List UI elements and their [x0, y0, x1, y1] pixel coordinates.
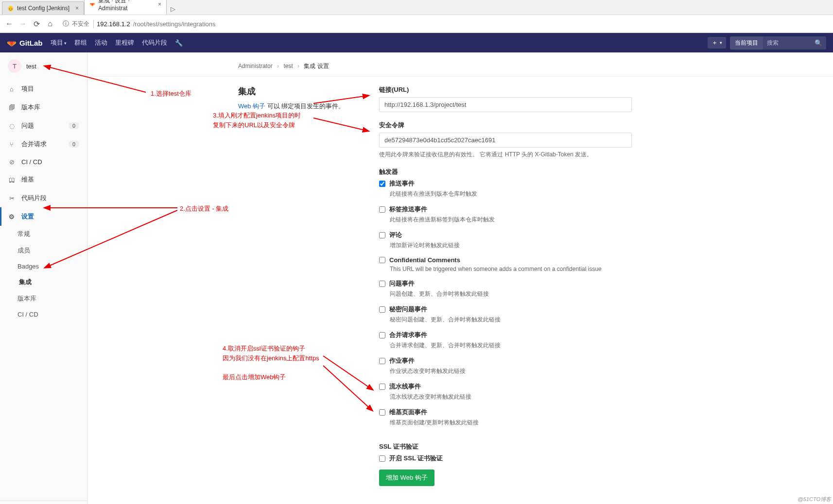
reload-button[interactable]: ⟳ [32, 19, 41, 29]
mr-badge: 0 [69, 141, 79, 148]
browser-tab-jenkins[interactable]: 👴 test Config [Jenkins] × [2, 1, 84, 15]
trigger-checkbox[interactable] [379, 281, 385, 287]
snippets-icon: ✂ [8, 195, 16, 202]
insecure-label: 不安全 [72, 20, 94, 28]
trigger-checkbox[interactable] [379, 409, 385, 416]
trigger-hint: 合并请求创建、更新、合并时将触发此链接 [390, 341, 632, 350]
trigger-item: 合并请求事件合并请求创建、更新、合并时将触发此链接 [379, 331, 632, 350]
tab-title: test Config [Jenkins] [17, 5, 69, 12]
trigger-item: 作业事件作业状态改变时将触发此链接 [379, 356, 632, 375]
section-intro: 集成 Web 钩子 可以 绑定项目发生的事件。 [238, 85, 360, 486]
global-search[interactable]: 🔍 [763, 36, 826, 50]
home-button[interactable]: ⌂ [46, 19, 54, 28]
plus-icon: ＋ [712, 38, 718, 47]
url-input[interactable] [379, 97, 632, 112]
sidebar-item-project[interactable]: ⌂项目 [0, 80, 87, 98]
trigger-label: 推送事件 [389, 179, 415, 188]
close-icon[interactable]: × [158, 1, 161, 8]
search-input[interactable] [767, 39, 811, 46]
nav-projects[interactable]: 项目▾ [51, 38, 67, 47]
project-chip[interactable]: T test [0, 52, 87, 80]
sidebar-item-repository[interactable]: 🗐版本库 [0, 98, 87, 117]
sidebar-item-issues[interactable]: ◌问题0 [0, 117, 87, 135]
trigger-hint: 秘密问题创建、更新、合并时将触发此链接 [390, 316, 632, 324]
new-tab-button[interactable]: ▷ [167, 3, 179, 15]
url-label: 链接(URL) [379, 85, 632, 94]
trigger-hint: 维基页面创建/更新时将触发此链接 [390, 419, 632, 427]
collapse-sidebar-button[interactable]: « 折叠边栏 [0, 501, 87, 504]
trigger-checkbox[interactable] [379, 257, 385, 263]
settings-sub-repository[interactable]: 版本库 [0, 290, 87, 307]
ssl-section-label: SSL 证书验证 [379, 442, 632, 451]
add-webhook-button[interactable]: 增加 Web 钩子 [379, 470, 434, 486]
browser-tab-gitlab[interactable]: 集成 · 设置 · Administrat × [84, 0, 167, 15]
trigger-hint: 此链接将在推送到版本仓库时触发 [390, 190, 632, 198]
trigger-checkbox[interactable] [379, 384, 385, 390]
nav-admin-wrench-icon[interactable]: 🔧 [175, 39, 183, 47]
sidebar-item-merge-requests[interactable]: ⑂合并请求0 [0, 135, 87, 153]
sidebar-item-snippets[interactable]: ✂代码片段 [0, 189, 87, 207]
breadcrumb: Administrator › test › 集成 设置 [87, 62, 833, 77]
project-avatar: T [8, 59, 21, 73]
browser-chrome: 👴 test Config [Jenkins] × 集成 · 设置 · Admi… [0, 0, 833, 33]
nav-snippets[interactable]: 代码片段 [142, 38, 167, 47]
merge-icon: ⑂ [8, 141, 16, 148]
gitlab-favicon-icon [89, 1, 95, 8]
trigger-label: 作业事件 [389, 356, 415, 365]
trigger-item: 评论增加新评论时将触发此链接 [379, 231, 632, 250]
webhook-link[interactable]: Web 钩子 [238, 102, 265, 110]
settings-sub-cicd[interactable]: CI / CD [0, 307, 87, 322]
new-dropdown-button[interactable]: ＋▾ [708, 37, 726, 49]
trigger-hint: 问题创建、更新、合并时将触发此链接 [390, 290, 632, 298]
trigger-checkbox[interactable] [379, 181, 385, 187]
info-icon: ⓘ [63, 19, 69, 28]
watermark: @51CTO博客 [798, 496, 831, 503]
crumb-project[interactable]: test [283, 63, 293, 69]
brand-label: GitLab [19, 39, 43, 47]
close-icon[interactable]: × [75, 5, 79, 12]
nav-activity[interactable]: 活动 [95, 38, 107, 47]
issues-icon: ◌ [8, 122, 16, 130]
url-box[interactable]: ⓘ 不安全 192.168.1.2/root/test/settings/int… [59, 18, 828, 30]
trigger-item: 流水线事件流水线状态改变时将触发此链接 [379, 382, 632, 401]
ssl-verify-checkbox[interactable] [379, 455, 385, 462]
forward-button[interactable]: → [18, 19, 27, 28]
trigger-item: Confidential CommentsThis URL will be tr… [379, 256, 632, 272]
nav-milestones[interactable]: 里程碑 [115, 38, 134, 47]
triggers-label: 触发器 [379, 168, 632, 176]
trigger-item: 维基页面事件维基页面创建/更新时将触发此链接 [379, 408, 632, 427]
url-host: 192.168.1.2 [97, 20, 130, 28]
trigger-checkbox[interactable] [379, 358, 385, 364]
sidebar-item-wiki[interactable]: 🕮维基 [0, 170, 87, 189]
gitlab-logo[interactable]: GitLab [7, 38, 43, 48]
trigger-hint: 作业状态改变时将触发此链接 [390, 367, 632, 375]
tab-strip: 👴 test Config [Jenkins] × 集成 · 设置 · Admi… [0, 0, 833, 15]
trigger-checkbox[interactable] [379, 206, 385, 213]
search-icon[interactable]: 🔍 [815, 39, 822, 47]
token-input[interactable] [379, 133, 632, 148]
trigger-checkbox[interactable] [379, 232, 385, 238]
sidebar-item-settings[interactable]: ⚙设置 [0, 207, 87, 226]
sidebar-item-cicd[interactable]: ⊘CI / CD [0, 153, 87, 170]
settings-sub-integrations[interactable]: 集成 [0, 274, 87, 290]
trigger-checkbox[interactable] [379, 306, 385, 313]
crumb-admin[interactable]: Administrator [238, 63, 273, 69]
settings-sub-members[interactable]: 成员 [0, 242, 87, 259]
trigger-checkbox[interactable] [379, 332, 385, 338]
settings-sub-general[interactable]: 常规 [0, 226, 87, 242]
content-area: Administrator › test › 集成 设置 集成 Web 钩子 可… [87, 52, 833, 504]
trigger-item: 标签推送事件此链接将在推送新标签到版本仓库时触发 [379, 205, 632, 224]
back-button[interactable]: ← [5, 19, 14, 28]
trigger-item: 秘密问题事件秘密问题创建、更新、合并时将触发此链接 [379, 305, 632, 324]
nav-groups[interactable]: 群组 [74, 38, 87, 47]
settings-sub-badges[interactable]: Badges [0, 259, 87, 274]
trigger-label: 维基页面事件 [389, 408, 427, 417]
webhook-form: 链接(URL) 安全令牌 使用此令牌来验证接收信息的有效性。 它将通过 HTTP… [379, 85, 632, 486]
project-name: test [26, 63, 36, 70]
repo-icon: 🗐 [8, 104, 16, 111]
search-context-button[interactable]: 当前项目 [730, 36, 763, 50]
trigger-label: 秘密问题事件 [389, 305, 427, 314]
wiki-icon: 🕮 [8, 176, 16, 184]
jenkins-favicon-icon: 👴 [7, 5, 14, 12]
gear-icon: ⚙ [8, 213, 16, 220]
